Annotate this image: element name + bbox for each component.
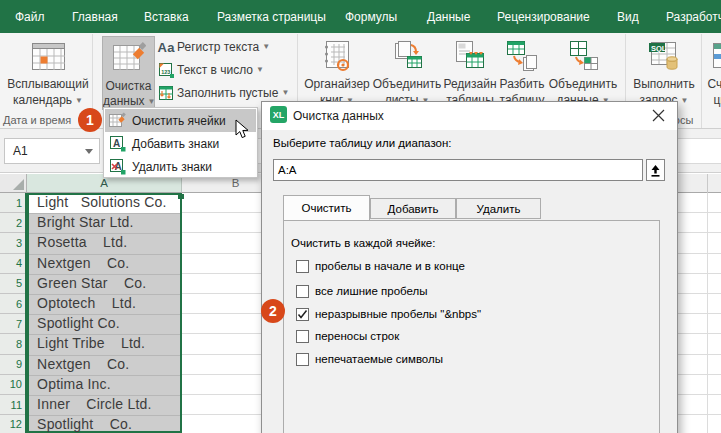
data-cleaning-icon	[113, 42, 146, 74]
dropdown-caret-icon: ▼	[75, 94, 83, 108]
cell-a7[interactable]: Spotlight Co.	[29, 314, 180, 334]
text-case-icon: Аа	[158, 39, 174, 55]
organizer-label-1: Органайзер	[302, 77, 372, 91]
tab-page-layout[interactable]: Разметка страницы	[217, 0, 326, 33]
cell-a11[interactable]: Inner Circle Ltd.	[29, 395, 180, 415]
popup-calendar-label-1: Всплывающий	[6, 77, 90, 91]
cell-a1[interactable]: Light Solutions Co.	[29, 193, 180, 213]
xltools-logo-icon: XL	[270, 106, 287, 123]
fill-blanks-icon	[158, 85, 174, 101]
dialog-close-button[interactable]	[649, 106, 667, 124]
run-query-icon: SQL	[647, 39, 681, 73]
cell-a2[interactable]: Bright Star Ltd.	[29, 213, 180, 233]
svg-text:123: 123	[161, 69, 170, 75]
cell-a4[interactable]: Nextgen Co.	[29, 254, 180, 274]
select-all-triangle-icon	[13, 179, 24, 190]
split-table-label-1: Разбить	[498, 77, 546, 91]
cell-a5[interactable]: Green Star Co.	[29, 274, 180, 294]
cell-a10[interactable]: Optima Inc.	[29, 375, 180, 395]
gridline-vertical	[707, 193, 708, 433]
data-cleaning-button[interactable]: Очистка данных▼	[102, 36, 155, 110]
checkbox-row-nonprintable-chars[interactable]: непечатаемые символы	[296, 352, 443, 366]
remove-characters-icon: A	[109, 158, 126, 175]
color-count-label-2: цвету	[704, 93, 721, 107]
tab-view[interactable]: Вид	[617, 0, 639, 33]
dialog-title-bar[interactable]: XL Очистка данных	[262, 102, 677, 130]
step-1-badge: 1	[78, 108, 102, 132]
tab-insert[interactable]: Вставка	[144, 0, 189, 33]
organizer-icon	[321, 39, 353, 73]
row-header-9[interactable]: 9	[0, 355, 27, 375]
tab-home[interactable]: Главная	[72, 0, 118, 33]
column-header-divider	[707, 174, 708, 193]
name-box-caret-icon	[85, 149, 93, 154]
range-picker-button[interactable]	[646, 159, 665, 181]
combine-data-label-1: Объединить	[548, 77, 618, 91]
row-header-3[interactable]: 3	[0, 233, 27, 253]
data-cleaning-dialog: XL Очистка данных Выберите таблицу или д…	[261, 101, 678, 433]
row-header-11[interactable]: 11	[0, 395, 27, 415]
checkbox-row-nonbreaking-spaces[interactable]: неразрывные пробелы "&nbps"	[296, 307, 481, 321]
cell-a3[interactable]: Rosetta Ltd.	[29, 233, 180, 253]
dropdown-caret-icon: ▼	[262, 42, 270, 51]
cell-a12[interactable]: Spotlight Co.	[29, 415, 180, 433]
cell-a8[interactable]: Light Tribe Ltd.	[29, 334, 180, 354]
row-header-2[interactable]: 2	[0, 213, 27, 233]
split-table-icon	[506, 39, 538, 73]
name-box[interactable]: A1	[4, 138, 100, 164]
fill-blanks-button[interactable]: Заполнить пустые▼	[158, 83, 289, 103]
run-query-label-1: Выполнить	[630, 77, 698, 91]
dropdown-caret-icon: ▼	[681, 94, 689, 108]
excel-window: Файл Главная Вставка Разметка страницы Ф…	[0, 0, 721, 433]
row-header-1[interactable]: 1	[0, 193, 27, 213]
popup-calendar-label-2: календарь▼	[6, 93, 90, 109]
clear-cells-icon	[109, 112, 126, 129]
dialog-tab-add[interactable]: Добавить	[370, 198, 456, 219]
tab-developer[interactable]: Разработчик	[666, 0, 721, 33]
combine-data-icon	[567, 39, 599, 73]
menu-item-add-characters[interactable]: A Добавить знаки	[105, 132, 256, 155]
popup-calendar-icon	[32, 39, 65, 73]
row-header-10[interactable]: 10	[0, 375, 27, 395]
checkbox-row-leading-trailing-spaces[interactable]: пробелы в начале и в конце	[296, 259, 465, 273]
text-to-number-icon: 123	[158, 62, 174, 78]
tab-review[interactable]: Рецензирование	[497, 0, 590, 33]
collapse-dialog-icon	[650, 164, 661, 177]
color-count-label-1: Счет по	[704, 77, 721, 91]
menu-item-clear-cells[interactable]: Очистить ячейки	[105, 109, 256, 132]
row-header-8[interactable]: 8	[0, 334, 27, 354]
checkbox-unchecked-icon	[296, 260, 309, 273]
step-2-badge: 2	[261, 299, 285, 323]
merge-sheets-label-1: Объединить	[372, 77, 442, 91]
dialog-tab-panel: Очистить в каждой ячейке: пробелы в нача…	[283, 220, 660, 433]
row-header-4[interactable]: 4	[0, 254, 27, 274]
range-select-label: Выберите таблицу или диапазон:	[273, 137, 451, 149]
text-case-button[interactable]: Аа Регистр текста▼	[158, 37, 270, 57]
dropdown-caret-icon: ▼	[256, 65, 264, 74]
checkbox-row-line-breaks[interactable]: переносы строк	[296, 329, 399, 343]
checkbox-unchecked-icon	[296, 353, 309, 366]
mouse-cursor-icon	[235, 119, 250, 140]
select-all-corner[interactable]	[0, 174, 27, 193]
checkbox-unchecked-icon	[296, 330, 309, 343]
row-header-5[interactable]: 5	[0, 274, 27, 294]
dialog-title: Очистка данных	[293, 109, 384, 123]
row-header-12[interactable]: 12	[0, 415, 27, 433]
dialog-tab-remove[interactable]: Удалить	[456, 198, 541, 219]
dialog-tab-clear[interactable]: Очистить	[283, 195, 370, 220]
tab-file[interactable]: Файл	[15, 0, 45, 33]
row-header-6[interactable]: 6	[0, 294, 27, 314]
text-to-number-button[interactable]: 123 Текст в число▼	[158, 60, 264, 80]
tab-formulas[interactable]: Формулы	[345, 0, 397, 33]
range-input[interactable]: A:A	[273, 159, 643, 181]
cell-a9[interactable]: Nextgen Co.	[29, 355, 180, 375]
cell-a6[interactable]: Optotech Ltd.	[29, 294, 180, 314]
clear-section-label: Очистить в каждой ячейке:	[291, 237, 435, 249]
checkbox-checked-icon	[296, 308, 309, 321]
tab-data[interactable]: Данные	[427, 0, 470, 33]
row-header-7[interactable]: 7	[0, 314, 27, 334]
menu-item-remove-characters[interactable]: A Удалить знаки	[105, 155, 256, 178]
add-characters-icon: A	[109, 135, 126, 152]
redesign-table-label-1: Редизайн	[442, 77, 498, 91]
checkbox-row-extra-spaces[interactable]: все лишние пробелы	[296, 284, 428, 298]
